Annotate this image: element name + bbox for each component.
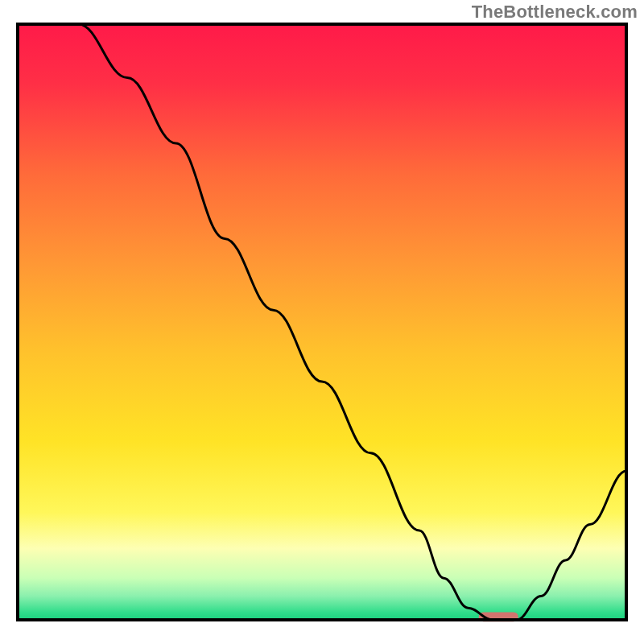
gradient-background (18, 24, 626, 620)
bottleneck-chart (0, 0, 644, 644)
